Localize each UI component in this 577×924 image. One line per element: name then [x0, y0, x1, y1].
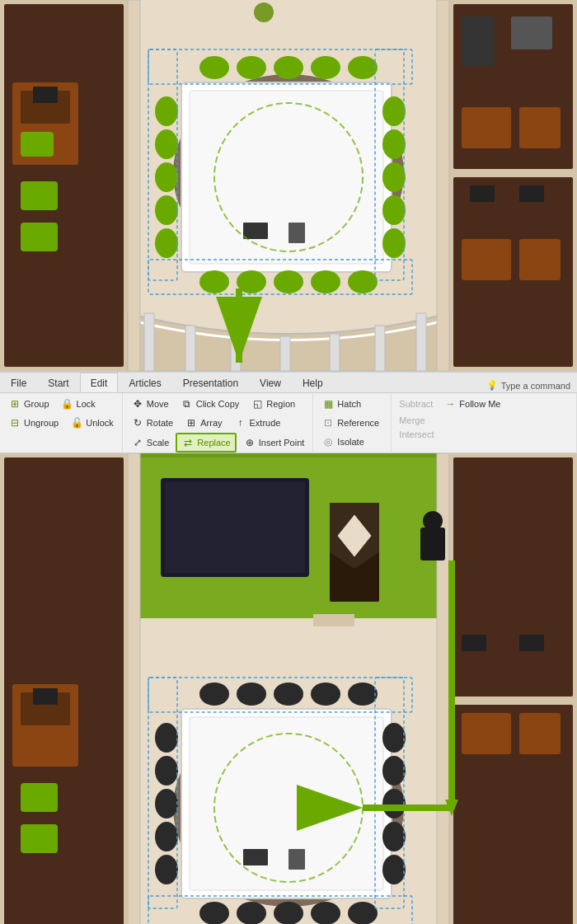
svg-point-128 — [423, 511, 443, 531]
svg-rect-77 — [462, 635, 486, 651]
svg-point-45 — [382, 195, 406, 225]
svg-point-93 — [348, 682, 378, 706]
lightbulb-icon: 💡 — [486, 380, 498, 391]
tab-articles[interactable]: Articles — [118, 373, 171, 392]
move-icon: ✥ — [131, 397, 144, 410]
click-copy-button[interactable]: ⧉ Click Copy — [176, 395, 245, 413]
tab-file[interactable]: File — [0, 373, 37, 392]
tab-presentation[interactable]: Presentation — [172, 373, 249, 392]
svg-rect-7 — [21, 181, 58, 210]
svg-rect-55 — [185, 326, 195, 371]
svg-rect-58 — [330, 334, 340, 371]
lock-icon: 🔒 — [61, 397, 74, 410]
objects-row2: ⊟ Ungroup 🔓 Unlock — [3, 414, 119, 432]
svg-point-27 — [199, 56, 229, 79]
svg-point-95 — [237, 902, 266, 924]
svg-point-97 — [311, 902, 340, 924]
svg-rect-19 — [470, 185, 495, 202]
click-copy-icon: ⧉ — [181, 397, 194, 410]
svg-point-103 — [155, 855, 178, 884]
follow-me-button[interactable]: → Follow Me — [439, 395, 505, 413]
group-button[interactable]: ⊞ Group — [3, 395, 54, 413]
move-button[interactable]: ✥ Move — [126, 395, 174, 413]
tab-help[interactable]: Help — [292, 373, 334, 392]
svg-rect-88 — [288, 849, 305, 870]
svg-point-91 — [274, 682, 303, 706]
reference-button[interactable]: ⊡ Reference — [317, 414, 384, 432]
svg-rect-16 — [511, 16, 552, 49]
svg-point-105 — [382, 756, 406, 786]
array-button[interactable]: ⊞ Array — [180, 414, 227, 432]
svg-point-90 — [237, 682, 266, 706]
insert-point-button[interactable]: ⊕ Insert Point — [238, 434, 310, 452]
svg-rect-80 — [128, 453, 449, 457]
svg-rect-60 — [416, 313, 426, 371]
svg-rect-9 — [21, 132, 54, 157]
isolate-icon: ◎ — [321, 435, 335, 448]
svg-rect-53 — [437, 0, 449, 371]
svg-point-101 — [155, 789, 178, 818]
svg-point-36 — [348, 270, 378, 293]
svg-point-106 — [382, 789, 406, 818]
svg-point-35 — [311, 270, 340, 293]
svg-point-94 — [199, 902, 229, 924]
svg-rect-70 — [21, 783, 58, 812]
tab-start[interactable]: Start — [37, 373, 79, 392]
tab-edit[interactable]: Edit — [80, 373, 119, 392]
isolate-button[interactable]: ◎ Isolate — [317, 433, 368, 451]
hatch-items: ▦ Hatch ⊡ Reference ◎ Isolate — [317, 395, 387, 462]
svg-rect-75 — [462, 713, 511, 754]
svg-rect-71 — [21, 824, 58, 853]
svg-point-44 — [382, 162, 406, 192]
svg-rect-17 — [462, 239, 511, 280]
ungroup-icon: ⊟ — [8, 416, 21, 429]
intersect-label: Intersect — [395, 428, 438, 441]
svg-rect-6 — [33, 87, 58, 103]
svg-rect-122 — [128, 453, 140, 924]
svg-rect-76 — [519, 713, 561, 754]
replace-icon: ⇄ — [181, 436, 195, 449]
svg-rect-25 — [243, 223, 268, 239]
svg-rect-127 — [420, 528, 445, 560]
group-icon: ⊞ — [8, 397, 21, 410]
svg-rect-78 — [519, 635, 544, 651]
extrude-button[interactable]: ↑ Extrude — [229, 414, 286, 432]
tab-view[interactable]: View — [249, 373, 292, 392]
svg-rect-26 — [288, 223, 305, 243]
svg-point-40 — [155, 195, 178, 225]
rotate-button[interactable]: ↻ Rotate — [126, 414, 178, 432]
svg-point-96 — [274, 902, 303, 924]
command-search[interactable]: 💡 Type a command — [480, 378, 577, 392]
svg-rect-8 — [21, 223, 58, 251]
ribbon-tabs: File Start Edit Articles Presentation Vi… — [0, 373, 577, 393]
follow-me-icon: → — [443, 397, 457, 410]
svg-point-104 — [382, 723, 406, 753]
unlock-button[interactable]: 🔓 Unlock — [65, 414, 119, 432]
tools-row2: ↻ Rotate ⊞ Array ↑ Extrude — [126, 414, 310, 432]
svg-point-98 — [348, 902, 378, 924]
svg-point-28 — [237, 56, 266, 79]
subtract-label: Subtract — [395, 397, 437, 410]
svg-point-43 — [382, 129, 406, 159]
canvas-top — [0, 0, 577, 371]
svg-point-41 — [155, 228, 178, 258]
svg-rect-20 — [519, 185, 544, 202]
tools-row1: ✥ Move ⧉ Click Copy ◱ Region — [126, 395, 310, 413]
svg-point-102 — [155, 822, 178, 851]
hatch-icon: ▦ — [321, 397, 335, 410]
hatch-row3: ◎ Isolate — [317, 433, 387, 451]
extrude-icon: ↑ — [234, 416, 247, 429]
region-button[interactable]: ◱ Region — [246, 395, 300, 413]
svg-point-61 — [254, 2, 274, 22]
replace-button[interactable]: ⇄ Replace — [176, 433, 236, 453]
svg-point-37 — [155, 96, 178, 126]
hatch-button[interactable]: ▦ Hatch — [317, 395, 366, 413]
svg-rect-86 — [190, 717, 383, 890]
insert-point-icon: ⊕ — [243, 436, 256, 449]
svg-point-89 — [199, 682, 229, 706]
lock-button[interactable]: 🔒 Lock — [56, 395, 101, 413]
canvas-bottom — [0, 453, 577, 924]
scale-button[interactable]: ⤢ Scale — [126, 434, 175, 452]
region-icon: ◱ — [251, 397, 264, 410]
ungroup-button[interactable]: ⊟ Ungroup — [3, 414, 63, 432]
